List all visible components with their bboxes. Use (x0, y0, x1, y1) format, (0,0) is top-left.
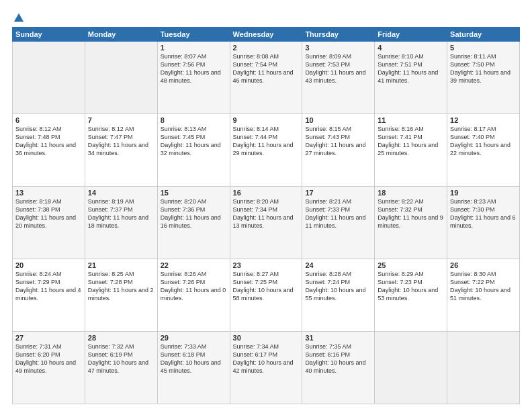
day-cell: 4Sunrise: 8:10 AM Sunset: 7:51 PM Daylig… (375, 42, 447, 114)
weekday-header-tuesday: Tuesday (157, 28, 230, 42)
day-info: Sunrise: 8:07 AM Sunset: 7:56 PM Dayligh… (161, 52, 227, 85)
day-info: Sunrise: 7:35 AM Sunset: 6:16 PM Dayligh… (305, 342, 371, 375)
day-info: Sunrise: 8:25 AM Sunset: 7:28 PM Dayligh… (88, 270, 154, 303)
day-info: Sunrise: 8:09 AM Sunset: 7:53 PM Dayligh… (305, 52, 371, 85)
day-number: 25 (378, 261, 444, 269)
day-number: 5 (450, 44, 517, 52)
day-cell: 31Sunrise: 7:35 AM Sunset: 6:16 PM Dayli… (302, 332, 375, 404)
day-info: Sunrise: 8:17 AM Sunset: 7:40 PM Dayligh… (450, 125, 517, 158)
day-number: 17 (305, 189, 371, 197)
day-cell: 19Sunrise: 8:23 AM Sunset: 7:30 PM Dayli… (447, 187, 520, 259)
weekday-header-sunday: Sunday (13, 28, 85, 42)
day-number: 4 (378, 44, 444, 52)
day-cell: 25Sunrise: 8:29 AM Sunset: 7:23 PM Dayli… (375, 259, 447, 332)
day-cell: 21Sunrise: 8:25 AM Sunset: 7:28 PM Dayli… (85, 259, 157, 332)
day-info: Sunrise: 7:34 AM Sunset: 6:17 PM Dayligh… (233, 342, 300, 375)
day-info: Sunrise: 8:23 AM Sunset: 7:30 PM Dayligh… (450, 197, 517, 230)
day-info: Sunrise: 8:30 AM Sunset: 7:22 PM Dayligh… (450, 270, 517, 303)
day-number: 16 (233, 189, 300, 197)
page: SundayMondayTuesdayWednesdayThursdayFrid… (0, 0, 532, 411)
day-number: 14 (88, 189, 154, 197)
day-cell: 11Sunrise: 8:16 AM Sunset: 7:41 PM Dayli… (375, 114, 447, 187)
day-info: Sunrise: 7:31 AM Sunset: 6:20 PM Dayligh… (15, 342, 82, 375)
day-info: Sunrise: 8:22 AM Sunset: 7:32 PM Dayligh… (378, 197, 444, 230)
day-cell: 29Sunrise: 7:33 AM Sunset: 6:18 PM Dayli… (157, 332, 230, 404)
day-cell: 9Sunrise: 8:14 AM Sunset: 7:44 PM Daylig… (230, 114, 302, 187)
day-number: 23 (233, 261, 300, 269)
day-cell: 23Sunrise: 8:27 AM Sunset: 7:25 PM Dayli… (230, 259, 302, 332)
weekday-header-row: SundayMondayTuesdayWednesdayThursdayFrid… (13, 28, 520, 42)
day-info: Sunrise: 8:29 AM Sunset: 7:23 PM Dayligh… (378, 270, 444, 303)
day-cell: 28Sunrise: 7:32 AM Sunset: 6:19 PM Dayli… (85, 332, 157, 404)
day-info: Sunrise: 8:11 AM Sunset: 7:50 PM Dayligh… (450, 52, 517, 85)
header (12, 12, 520, 21)
week-row-1: 1Sunrise: 8:07 AM Sunset: 7:56 PM Daylig… (13, 42, 520, 114)
day-cell: 20Sunrise: 8:24 AM Sunset: 7:29 PM Dayli… (13, 259, 85, 332)
day-number: 18 (378, 189, 444, 197)
day-number: 27 (15, 334, 82, 342)
weekday-header-saturday: Saturday (447, 28, 520, 42)
day-number: 9 (233, 116, 300, 124)
day-cell (375, 332, 447, 404)
day-info: Sunrise: 8:12 AM Sunset: 7:47 PM Dayligh… (88, 125, 154, 158)
day-cell: 2Sunrise: 8:08 AM Sunset: 7:54 PM Daylig… (230, 42, 302, 114)
day-number: 20 (15, 261, 82, 269)
day-number: 11 (378, 116, 444, 124)
day-info: Sunrise: 8:15 AM Sunset: 7:43 PM Dayligh… (305, 125, 371, 158)
day-number: 30 (233, 334, 300, 342)
day-cell: 26Sunrise: 8:30 AM Sunset: 7:22 PM Dayli… (447, 259, 520, 332)
day-cell: 7Sunrise: 8:12 AM Sunset: 7:47 PM Daylig… (85, 114, 157, 187)
day-info: Sunrise: 8:28 AM Sunset: 7:24 PM Dayligh… (305, 270, 371, 303)
day-number: 22 (161, 261, 227, 269)
calendar: SundayMondayTuesdayWednesdayThursdayFrid… (12, 27, 520, 404)
day-cell: 6Sunrise: 8:12 AM Sunset: 7:48 PM Daylig… (13, 114, 85, 187)
day-cell: 12Sunrise: 8:17 AM Sunset: 7:40 PM Dayli… (447, 114, 520, 187)
weekday-header-wednesday: Wednesday (230, 28, 302, 42)
day-cell: 17Sunrise: 8:21 AM Sunset: 7:33 PM Dayli… (302, 187, 375, 259)
day-info: Sunrise: 7:33 AM Sunset: 6:18 PM Dayligh… (161, 342, 227, 375)
day-cell: 10Sunrise: 8:15 AM Sunset: 7:43 PM Dayli… (302, 114, 375, 187)
day-cell: 22Sunrise: 8:26 AM Sunset: 7:26 PM Dayli… (157, 259, 230, 332)
day-number: 15 (161, 189, 227, 197)
week-row-3: 13Sunrise: 8:18 AM Sunset: 7:38 PM Dayli… (13, 187, 520, 259)
day-cell: 15Sunrise: 8:20 AM Sunset: 7:36 PM Dayli… (157, 187, 230, 259)
day-number: 8 (161, 116, 227, 124)
day-cell (85, 42, 157, 114)
day-cell (13, 42, 85, 114)
day-info: Sunrise: 8:19 AM Sunset: 7:37 PM Dayligh… (88, 197, 154, 230)
day-number: 10 (305, 116, 371, 124)
day-cell: 18Sunrise: 8:22 AM Sunset: 7:32 PM Dayli… (375, 187, 447, 259)
svg-marker-0 (14, 13, 24, 22)
weekday-header-thursday: Thursday (302, 28, 375, 42)
day-number: 12 (450, 116, 517, 124)
day-info: Sunrise: 8:12 AM Sunset: 7:48 PM Dayligh… (15, 125, 82, 158)
day-cell: 14Sunrise: 8:19 AM Sunset: 7:37 PM Dayli… (85, 187, 157, 259)
day-number: 31 (305, 334, 371, 342)
week-row-4: 20Sunrise: 8:24 AM Sunset: 7:29 PM Dayli… (13, 259, 520, 332)
day-info: Sunrise: 8:10 AM Sunset: 7:51 PM Dayligh… (378, 52, 444, 85)
day-cell: 24Sunrise: 8:28 AM Sunset: 7:24 PM Dayli… (302, 259, 375, 332)
day-info: Sunrise: 8:20 AM Sunset: 7:36 PM Dayligh… (161, 197, 227, 230)
day-number: 13 (15, 189, 82, 197)
day-cell: 5Sunrise: 8:11 AM Sunset: 7:50 PM Daylig… (447, 42, 520, 114)
day-number: 28 (88, 334, 154, 342)
day-number: 24 (305, 261, 371, 269)
weekday-header-friday: Friday (375, 28, 447, 42)
day-cell: 30Sunrise: 7:34 AM Sunset: 6:17 PM Dayli… (230, 332, 302, 404)
day-cell: 8Sunrise: 8:13 AM Sunset: 7:45 PM Daylig… (157, 114, 230, 187)
day-cell (447, 332, 520, 404)
day-info: Sunrise: 8:26 AM Sunset: 7:26 PM Dayligh… (161, 270, 227, 303)
day-number: 3 (305, 44, 371, 52)
day-info: Sunrise: 8:20 AM Sunset: 7:34 PM Dayligh… (233, 197, 300, 230)
day-cell: 13Sunrise: 8:18 AM Sunset: 7:38 PM Dayli… (13, 187, 85, 259)
day-info: Sunrise: 8:13 AM Sunset: 7:45 PM Dayligh… (161, 125, 227, 158)
day-number: 6 (15, 116, 82, 124)
day-cell: 16Sunrise: 8:20 AM Sunset: 7:34 PM Dayli… (230, 187, 302, 259)
day-info: Sunrise: 8:27 AM Sunset: 7:25 PM Dayligh… (233, 270, 300, 303)
day-info: Sunrise: 8:14 AM Sunset: 7:44 PM Dayligh… (233, 125, 300, 158)
day-cell: 1Sunrise: 8:07 AM Sunset: 7:56 PM Daylig… (157, 42, 230, 114)
logo-icon (13, 12, 25, 24)
weekday-header-monday: Monday (85, 28, 157, 42)
day-number: 19 (450, 189, 517, 197)
day-info: Sunrise: 8:24 AM Sunset: 7:29 PM Dayligh… (15, 270, 82, 303)
